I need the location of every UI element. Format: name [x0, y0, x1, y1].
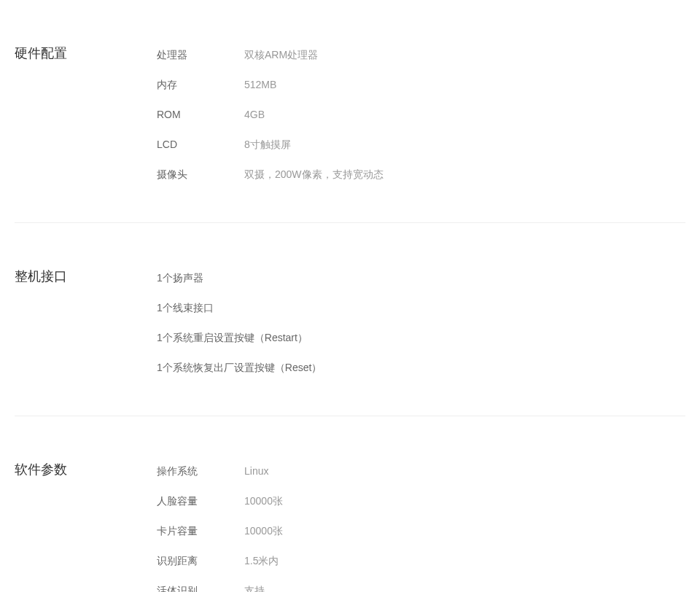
spec-value: 双摄，200W像素，支持宽动态 — [244, 167, 685, 182]
spec-row: 摄像头 双摄，200W像素，支持宽动态 — [157, 167, 685, 182]
spec-value: 10000张 — [244, 494, 685, 509]
spec-row: 识别距离 1.5米内 — [157, 553, 685, 569]
spec-row: 操作系统 Linux — [157, 464, 685, 479]
spec-label: 卡片容量 — [157, 523, 244, 539]
spec-value: 10000张 — [244, 523, 685, 539]
spec-value: 双核ARM处理器 — [244, 47, 685, 63]
spec-row: 活体识别 支持 — [157, 583, 685, 592]
spec-value: 支持 — [244, 583, 685, 592]
section-body: 处理器 双核ARM处理器 内存 512MB ROM 4GB LCD 8寸触摸屏 … — [157, 40, 685, 182]
spec-row: 内存 512MB — [157, 77, 685, 93]
spec-value: 4GB — [244, 107, 685, 122]
spec-value: 1.5米内 — [244, 553, 685, 569]
spec-row: 处理器 双核ARM处理器 — [157, 47, 685, 63]
spec-value: 8寸触摸屏 — [244, 137, 685, 152]
spec-item: 1个系统恢复出厂设置按键（Reset） — [157, 360, 685, 375]
section-body: 操作系统 Linux 人脸容量 10000张 卡片容量 10000张 识别距离 … — [157, 456, 685, 592]
spec-item: 1个扬声器 — [157, 270, 685, 286]
section-title: 硬件配置 — [15, 40, 157, 182]
spec-label: 识别距离 — [157, 553, 244, 569]
spec-value: Linux — [244, 464, 685, 479]
spec-label: 人脸容量 — [157, 494, 244, 509]
spec-section-interfaces: 整机接口 1个扬声器 1个线束接口 1个系统重启设置按键（Restart） 1个… — [15, 223, 685, 416]
spec-item: 1个线束接口 — [157, 300, 685, 316]
spec-label: 处理器 — [157, 47, 244, 63]
section-title: 整机接口 — [15, 263, 157, 375]
spec-row: ROM 4GB — [157, 107, 685, 122]
spec-label: 摄像头 — [157, 167, 244, 182]
spec-row: 人脸容量 10000张 — [157, 494, 685, 509]
spec-section-software: 软件参数 操作系统 Linux 人脸容量 10000张 卡片容量 10000张 … — [15, 416, 685, 592]
spec-label: LCD — [157, 137, 244, 152]
section-body: 1个扬声器 1个线束接口 1个系统重启设置按键（Restart） 1个系统恢复出… — [157, 263, 685, 375]
spec-label: 活体识别 — [157, 583, 244, 592]
spec-label: ROM — [157, 107, 244, 122]
spec-label: 操作系统 — [157, 464, 244, 479]
spec-row: LCD 8寸触摸屏 — [157, 137, 685, 152]
spec-section-hardware: 硬件配置 处理器 双核ARM处理器 内存 512MB ROM 4GB LCD 8… — [15, 0, 685, 223]
spec-label: 内存 — [157, 77, 244, 93]
spec-item: 1个系统重启设置按键（Restart） — [157, 330, 685, 346]
spec-value: 512MB — [244, 77, 685, 93]
spec-row: 卡片容量 10000张 — [157, 523, 685, 539]
section-title: 软件参数 — [15, 456, 157, 592]
